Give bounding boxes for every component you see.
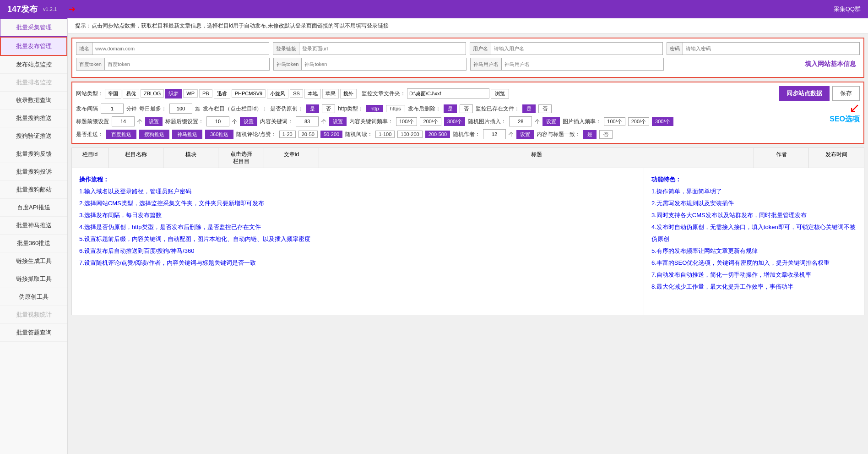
keyword-set-button[interactable]: 设置 — [329, 117, 347, 126]
cms-digo[interactable]: 帝国 — [105, 89, 121, 98]
col-article-id: 文章id — [264, 148, 319, 168]
sidebar-item-shenma-push[interactable]: 批量神马推送 — [0, 217, 67, 235]
monitor-exist-no-button[interactable]: 否 — [538, 104, 552, 113]
monitor-path-input[interactable] — [407, 88, 489, 98]
sidebar-item-batch-collect[interactable]: 批量采集管理 — [0, 18, 67, 37]
pseudo-yes-button[interactable]: 是 — [306, 104, 319, 113]
author-set-button[interactable]: 设置 — [516, 130, 534, 139]
sidebar-item-answer-query[interactable]: 批量答题查询 — [0, 324, 67, 342]
sidebar-item-sougo-push[interactable]: 批量搜狗推送 — [0, 109, 67, 127]
step7: 7.设置随机评论/点赞/阅读/作者，内容关键词与标题关键词是否一致 — [79, 257, 636, 269]
prefix-set-button[interactable]: 设置 — [145, 117, 163, 126]
image-freq-200[interactable]: 200/个 — [628, 117, 649, 126]
prefix-input[interactable] — [112, 116, 135, 126]
read-100-200[interactable]: 100-200 — [397, 131, 422, 138]
sidebar-item-pseudo[interactable]: 伪原创工具 — [0, 288, 67, 306]
author-input[interactable] — [483, 129, 506, 139]
after-delete-no-button[interactable]: 否 — [460, 104, 473, 113]
baidu-token-input[interactable] — [105, 58, 269, 70]
cms-phpcmsv9[interactable]: PHPCMSV9 — [232, 89, 266, 98]
cms-pb[interactable]: PB — [199, 89, 212, 98]
sidebar-item-link-fetch[interactable]: 链接抓取工具 — [0, 270, 67, 288]
baidu-push-button[interactable]: 百度推送 — [106, 130, 136, 139]
sidebar-item-sougo-verify[interactable]: 搜狗验证推送 — [0, 127, 67, 145]
sidebar-item-link-gen[interactable]: 链接生成工具 — [0, 252, 67, 270]
keyword-input[interactable] — [296, 116, 319, 126]
image-set-button[interactable]: 设置 — [542, 117, 560, 126]
suffix-input[interactable] — [206, 116, 229, 126]
read-1-100[interactable]: 1-100 — [375, 131, 395, 138]
consistent-no-button[interactable]: 否 — [599, 130, 613, 139]
suffix-set-button[interactable]: 设置 — [240, 117, 257, 126]
https-button[interactable]: https — [386, 105, 405, 112]
domain-field-group: 域名 — [76, 42, 269, 55]
cms-wp[interactable]: WP — [183, 89, 198, 98]
comment-20-50[interactable]: 20-50 — [298, 131, 318, 138]
basic-info-row1: 域名 登录链接 用户名 密码 — [76, 42, 860, 55]
sidebar-item-collect-query[interactable]: 收录数据查询 — [0, 92, 67, 109]
sidebar-item-video-stat: 批量视频统计 — [0, 306, 67, 324]
cms-souwai[interactable]: 搜外 — [340, 89, 357, 98]
seo-annotation: ↙ SEO选项 — [830, 102, 860, 124]
image-freq-300[interactable]: 300/个 — [652, 117, 673, 126]
read-200-500[interactable]: 200-500 — [425, 131, 450, 138]
basic-info-row2: 百度token 神马token 神马用户名 填入网站基本信息 — [76, 58, 860, 71]
shenma-user-input[interactable] — [502, 58, 663, 70]
col-publish-time: 发布时间 — [809, 148, 864, 168]
settings-row2: 发布间隔 分钟 每日最多： 篇 发布栏目（点击栏目id）： 是否伪原创： 是 否… — [76, 104, 860, 114]
shenma-token-input[interactable] — [302, 58, 466, 70]
sidebar-item-sougo-complaint[interactable]: 批量搜狗投诉 — [0, 163, 67, 181]
after-delete-yes-button[interactable]: 是 — [444, 104, 457, 113]
browse-button[interactable]: 浏览 — [491, 89, 509, 98]
push-label: 是否推送： — [76, 131, 103, 138]
cms-apple[interactable]: 苹果 — [322, 89, 339, 98]
http-button[interactable]: http — [366, 105, 383, 112]
image-freq-100[interactable]: 100/个 — [604, 117, 625, 126]
cms-local[interactable]: 本地 — [304, 89, 321, 98]
cms-xiaofly[interactable]: 小旋风 — [267, 89, 288, 98]
qq-group-label[interactable]: 采集QQ群 — [834, 5, 861, 13]
monitor-exist-yes-button[interactable]: 是 — [522, 104, 536, 113]
sidebar-item-publish-monitor[interactable]: 发布站点监控 — [0, 56, 67, 74]
feature1: 1.操作简单，界面简单明了 — [651, 186, 857, 197]
save-button[interactable]: 保存 — [832, 86, 860, 101]
cms-type-row: 网站类型： 帝国 易优 ZBLOG 织梦 WP PB 迅睿 PHPCMSV9 小… — [76, 88, 509, 98]
cms-xunrui[interactable]: 迅睿 — [214, 89, 230, 98]
password-input[interactable] — [683, 43, 859, 55]
features-panel: 功能特色： 1.操作简单，界面简单明了 2.无需写发布规则以及安装插件 3.同时… — [644, 168, 864, 315]
cms-ss[interactable]: SS — [290, 89, 303, 98]
sidebar-item-batch-publish[interactable]: 批量发布管理 — [0, 37, 67, 56]
daily-max-label: 每日最多： — [139, 105, 167, 113]
comment-50-200[interactable]: 50-200 — [320, 131, 342, 138]
prefix-label: 标题前缀设置 — [76, 118, 109, 126]
sidebar-item-baidu-api[interactable]: 百度API推送 — [0, 199, 67, 217]
cms-zblog[interactable]: ZBLOG — [141, 89, 164, 98]
interval-unit: 分钟 — [126, 105, 136, 112]
image-insert-label: 随机图片插入： — [468, 118, 506, 126]
keyword-freq-300[interactable]: 300/个 — [444, 117, 465, 126]
step2: 2.选择网站CMS类型，选择监控采集文件夹，文件夹只要新增即可发布 — [79, 197, 636, 209]
sidebar-item-360-push[interactable]: 批量360推送 — [0, 235, 67, 252]
sync-site-button[interactable]: 同步站点数据 — [779, 86, 830, 101]
consistent-yes-button[interactable]: 是 — [583, 130, 597, 139]
username-field-group: 用户名 — [470, 42, 663, 55]
daily-max-input[interactable] — [169, 104, 192, 114]
settings-row3: 标题前缀设置 个 设置 标题后缀设置： 个 设置 内容关键词： 个 设置 内容关… — [76, 116, 860, 126]
cms-zhimeng[interactable]: 织梦 — [165, 89, 182, 98]
keyword-freq-100[interactable]: 100/个 — [396, 117, 417, 126]
comment-1-20[interactable]: 1-20 — [279, 131, 296, 138]
login-url-label: 登录链接 — [273, 43, 299, 55]
sougo-push-button[interactable]: 搜狗推送 — [139, 130, 169, 139]
domain-input[interactable] — [92, 43, 269, 55]
login-url-input[interactable] — [299, 43, 466, 55]
keyword-freq-200[interactable]: 200/个 — [420, 117, 441, 126]
interval-input[interactable] — [101, 104, 124, 114]
push360-button[interactable]: 360推送 — [205, 130, 233, 139]
shenma-push-button[interactable]: 神马推送 — [172, 130, 202, 139]
cms-yiyou[interactable]: 易优 — [123, 89, 139, 98]
pseudo-no-button[interactable]: 否 — [322, 104, 335, 113]
username-input[interactable] — [491, 43, 662, 55]
sidebar-item-sougo-feedback[interactable]: 批量搜狗反馈 — [0, 145, 67, 163]
image-insert-input[interactable] — [509, 116, 532, 126]
sidebar-item-sougo-site[interactable]: 批量搜狗邮站 — [0, 181, 67, 199]
